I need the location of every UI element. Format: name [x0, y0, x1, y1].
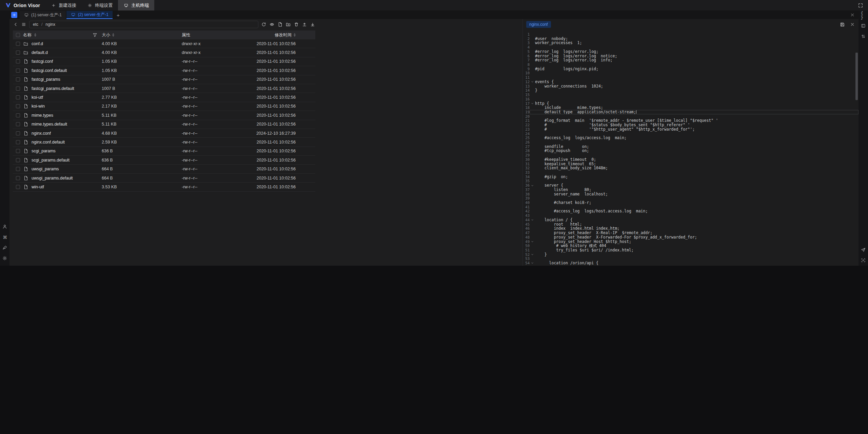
file-row[interactable]: nginx.conf4.68 KB-rw-r--r--2024-12-10 16… [13, 129, 315, 138]
code-line[interactable]: 51 try_files $uri $uri/ /index.html; [523, 248, 859, 252]
code-line[interactable]: 23 # '"$http_user_agent" "$http_x_forwar… [523, 127, 859, 132]
layout-icon[interactable] [861, 23, 866, 29]
row-checkbox[interactable] [16, 122, 20, 126]
fold-chevron-icon[interactable] [530, 80, 535, 84]
breadcrumb-item[interactable]: nginx [45, 22, 55, 27]
code-line[interactable]: 29 [523, 153, 859, 157]
code-line[interactable]: 43 [523, 213, 859, 218]
row-checkbox[interactable] [16, 95, 20, 99]
row-checkbox[interactable] [16, 69, 20, 73]
code-line[interactable]: 30 #keepalive_timeout 0; [523, 157, 859, 162]
code-line[interactable]: 15 [523, 93, 859, 97]
code-line[interactable]: 5#error_log logs/error.log; [523, 50, 859, 54]
send-icon[interactable] [861, 247, 866, 252]
download-icon[interactable] [310, 22, 315, 27]
new-folder-icon[interactable] [285, 22, 291, 27]
file-row[interactable]: mime.types5.11 KB-rw-r--r--2020-11-01 10… [13, 111, 315, 120]
refresh-icon[interactable] [261, 22, 267, 27]
file-row[interactable]: scgi_params.default636 B-rw-r--r--2020-1… [13, 156, 315, 165]
file-row[interactable]: win-utf3.53 KB-rw-r--r--2020-11-01 10:02… [13, 183, 315, 191]
menu-item-new-connection[interactable]: 新建连接 [45, 0, 82, 11]
code-line[interactable]: 4 [523, 45, 859, 50]
code-line[interactable]: 42 #access_log logs/host.access.log main… [523, 209, 859, 213]
code-line[interactable]: 12events { [523, 80, 859, 84]
code-line[interactable]: 33 [523, 170, 859, 175]
user-icon[interactable] [2, 224, 7, 229]
row-checkbox[interactable] [16, 176, 20, 180]
code-line[interactable]: 35 [523, 179, 859, 183]
code-line[interactable]: 34 #gzip on; [523, 175, 859, 179]
close-panel-icon[interactable] [850, 11, 859, 19]
swap-vertical-icon[interactable] [861, 34, 866, 39]
file-row[interactable]: koi-win2.17 KB-rw-r--r--2020-11-01 10:02… [13, 102, 315, 111]
fold-chevron-icon[interactable] [530, 252, 535, 257]
code-line[interactable]: 54 location /orion/api { [523, 261, 859, 265]
file-row[interactable]: fastcgi_params1007 B-rw-r--r--2020-11-01… [13, 75, 315, 84]
sort-size-icon[interactable] [112, 33, 114, 37]
code-line[interactable]: 32 client_max_body_size 1048m; [523, 166, 859, 170]
editor-scrollbar[interactable] [855, 53, 858, 100]
row-checkbox[interactable] [16, 104, 20, 108]
code-line[interactable]: 37 listen 80; [523, 188, 859, 192]
row-checkbox[interactable] [16, 51, 20, 55]
braces-icon[interactable]: { } [861, 13, 866, 18]
row-checkbox[interactable] [16, 167, 20, 171]
file-row[interactable]: fastcgi.conf1.05 KB-rw-r--r--2020-11-01 … [13, 57, 315, 66]
delete-icon[interactable] [294, 22, 299, 27]
breadcrumb-item[interactable]: etc [33, 22, 38, 27]
brush-icon[interactable] [2, 245, 7, 250]
code-line[interactable]: 52 } [523, 252, 859, 257]
code-line[interactable]: 8 [523, 62, 859, 67]
save-icon[interactable] [840, 22, 845, 27]
file-row[interactable]: fastcgi.conf.default1.05 KB-rw-r--r--202… [13, 66, 315, 75]
code-line[interactable]: 1 [523, 32, 859, 37]
file-row[interactable]: koi-utf2.77 KB-rw-r--r--2020-11-01 10:02… [13, 93, 315, 102]
code-line[interactable]: 47 proxy_set_header X-Real-IP $remote_ad… [523, 231, 859, 235]
code-line[interactable]: 26 [523, 140, 859, 145]
code-line[interactable]: 16 [523, 97, 859, 101]
fullscreen-icon[interactable] [858, 3, 863, 8]
code-line[interactable]: 13 worker_connections 1024; [523, 84, 859, 89]
code-line[interactable]: 9#pid logs/nginx.pid; [523, 67, 859, 71]
file-row[interactable]: nginx.conf.default2.59 KB-rw-r--r--2020-… [13, 138, 315, 147]
sort-mtime-icon[interactable] [294, 33, 296, 37]
row-checkbox[interactable] [16, 77, 20, 81]
back-icon[interactable] [13, 22, 18, 27]
filter-icon[interactable] [92, 32, 98, 38]
code-line[interactable]: 44 location / { [523, 218, 859, 222]
code-line[interactable]: 36 server { [523, 183, 859, 188]
settings-icon[interactable] [2, 256, 7, 261]
fold-chevron-icon[interactable] [530, 183, 535, 188]
column-header-mtime[interactable]: 修改时间 [254, 32, 315, 38]
code-line[interactable]: 25 #access_log logs/access.log main; [523, 136, 859, 140]
code-line[interactable]: 40 #charset koi8-r; [523, 201, 859, 205]
code-line[interactable]: 10 [523, 71, 859, 75]
close-editor-icon[interactable] [850, 22, 855, 27]
code-line[interactable]: 7#error_log logs/error.log info; [523, 58, 859, 62]
code-line[interactable]: 19 default_type application/octet-stream… [523, 110, 859, 114]
list-icon[interactable] [21, 22, 26, 27]
file-row[interactable]: default.d4.00 KBdrwxr-xr-x2020-11-01 10:… [13, 48, 315, 57]
row-checkbox[interactable] [16, 59, 20, 63]
file-row[interactable]: uwsgi_params664 B-rw-r--r--2020-11-01 10… [13, 165, 315, 173]
fold-chevron-icon[interactable] [530, 240, 535, 244]
row-checkbox[interactable] [16, 42, 20, 46]
file-row[interactable]: fastcgi_params.default1007 B-rw-r--r--20… [13, 84, 315, 93]
column-header-size[interactable]: 大小 [102, 32, 182, 38]
row-checkbox[interactable] [16, 113, 20, 117]
new-tab-button[interactable]: + [113, 11, 123, 19]
file-row[interactable]: conf.d4.00 KBdrwxr-xr-x2020-11-01 10:02:… [13, 39, 315, 48]
column-header-name[interactable]: 名称 [23, 32, 102, 38]
select-all-checkbox[interactable] [16, 33, 20, 37]
brand[interactable]: Orion Visor [0, 3, 45, 8]
code-line[interactable]: 38 server_name localhost; [523, 192, 859, 196]
row-checkbox[interactable] [16, 87, 20, 91]
menu-item-host-terminal[interactable]: 主机终端 [118, 0, 154, 11]
new-connection-button[interactable] [11, 12, 17, 18]
capture-icon[interactable] [861, 258, 866, 263]
row-checkbox[interactable] [16, 131, 20, 135]
sort-name-icon[interactable] [34, 33, 36, 37]
path-breadcrumb[interactable]: etc / nginx [29, 21, 258, 28]
code-line[interactable]: 3worker_processes 1; [523, 41, 859, 45]
open-file-tab[interactable]: nginx.conf [526, 21, 551, 28]
